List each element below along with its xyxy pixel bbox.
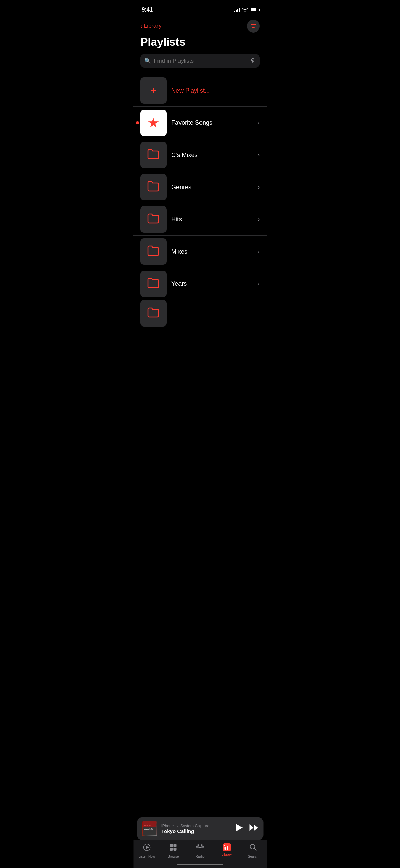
mixes-item[interactable]: Mixes › — [133, 236, 267, 268]
signal-bars-icon — [234, 8, 240, 12]
folder-icon — [147, 149, 160, 162]
microphone-icon[interactable]: 🎙 — [250, 57, 256, 64]
playlist-list: + New Playlist... ★ Favorite Songs › C's… — [133, 75, 267, 327]
genres-label: Genres — [171, 184, 253, 191]
favorite-songs-label: Favorite Songs — [171, 119, 253, 126]
back-label: Library — [144, 23, 162, 29]
folder-icon — [147, 213, 160, 226]
back-button[interactable]: ‹ Library — [140, 23, 162, 29]
filter-button[interactable] — [247, 20, 260, 33]
mixes-art — [140, 238, 167, 265]
page-header: ‹ Library — [133, 18, 267, 33]
chevron-right-icon: › — [258, 216, 260, 222]
years-art — [140, 271, 167, 297]
filter-lines-icon — [251, 24, 256, 28]
folder-icon — [147, 277, 160, 291]
chevron-right-icon: › — [258, 184, 260, 190]
status-time: 9:41 — [142, 6, 153, 13]
chevron-right-icon: › — [258, 152, 260, 158]
back-chevron-icon: ‹ — [140, 23, 143, 29]
new-playlist-icon-wrap: + — [140, 77, 167, 104]
genres-item[interactable]: Genres › — [133, 171, 267, 203]
folder-icon — [147, 245, 160, 258]
years-item[interactable]: Years › — [133, 268, 267, 300]
hits-item[interactable]: Hits › — [133, 203, 267, 236]
search-input[interactable] — [154, 58, 247, 64]
chevron-right-icon: › — [258, 281, 260, 287]
cs-mixes-item[interactable]: C's Mixes › — [133, 139, 267, 171]
search-bar[interactable]: 🔍 🎙 — [140, 54, 260, 68]
cs-mixes-label: C's Mixes — [171, 152, 253, 159]
new-playlist-label: New Playlist... — [171, 87, 260, 94]
favorite-songs-item[interactable]: ★ Favorite Songs › — [133, 107, 267, 139]
cs-mixes-art — [140, 142, 167, 168]
folder-icon — [147, 181, 160, 194]
hits-label: Hits — [171, 216, 253, 223]
status-bar: 9:41 — [133, 0, 267, 18]
new-playlist-item[interactable]: + New Playlist... — [133, 75, 267, 107]
years-label: Years — [171, 280, 253, 288]
mixes-label: Mixes — [171, 248, 253, 255]
page-title: Playlists — [133, 33, 267, 54]
wifi-icon — [242, 8, 248, 12]
status-icons — [234, 8, 258, 12]
partial-playlist-item — [133, 300, 267, 327]
hits-art — [140, 206, 167, 233]
chevron-right-icon: › — [258, 249, 260, 255]
star-icon: ★ — [147, 115, 160, 131]
battery-icon — [250, 8, 258, 12]
red-dot-indicator — [136, 121, 139, 124]
favorite-songs-art: ★ — [140, 110, 167, 136]
chevron-right-icon: › — [258, 120, 260, 126]
search-icon: 🔍 — [144, 58, 151, 64]
folder-icon — [147, 307, 160, 320]
partial-art — [140, 300, 167, 327]
genres-art — [140, 174, 167, 200]
plus-icon: + — [150, 85, 156, 96]
